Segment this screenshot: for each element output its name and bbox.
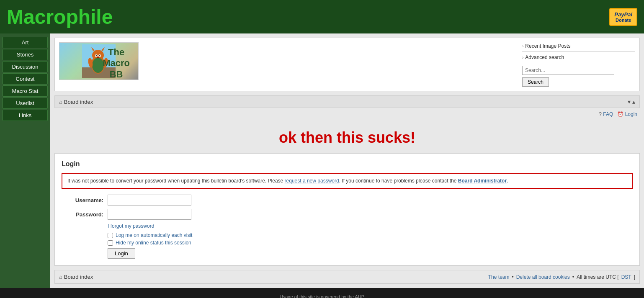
password-input[interactable] bbox=[108, 209, 191, 220]
username-row: Username: bbox=[62, 195, 633, 206]
username-label: Username: bbox=[62, 197, 103, 203]
sidebar: Art Stories Discussion Contest Macro Sta… bbox=[0, 33, 50, 288]
faq-icon: ? bbox=[599, 111, 602, 117]
search-divider bbox=[522, 51, 635, 52]
error-text-before: It was not possible to convert your pass… bbox=[67, 178, 285, 184]
breadcrumb-bar-top: ⌂ Board index ▾ ▴ bbox=[54, 95, 640, 108]
footer-line1: Usage of this site is goverend by the AU… bbox=[5, 293, 639, 298]
breadcrumb-home: ⌂ Board index bbox=[59, 99, 93, 105]
autologin-checkbox[interactable] bbox=[108, 233, 113, 238]
sidebar-item-discussion[interactable]: Discussion bbox=[3, 61, 48, 72]
board-index-link-top[interactable]: Board index bbox=[64, 99, 93, 105]
recent-image-posts-link[interactable]: › Recent Image Posts bbox=[522, 42, 635, 50]
top-banner: The Macro BB bbox=[54, 38, 640, 91]
faq-bar: ? FAQ ⏰ Login bbox=[54, 110, 640, 119]
content-area: The Macro BB bbox=[50, 33, 644, 288]
resize-controls: ▾ ▴ bbox=[628, 98, 635, 105]
delete-cookies-link[interactable]: Delete all board cookies bbox=[516, 274, 570, 280]
error-box: It was not possible to convert your pass… bbox=[62, 173, 633, 189]
svg-point-9 bbox=[99, 55, 100, 57]
breadcrumb-bottom: ⌂ Board index bbox=[59, 274, 93, 280]
svg-point-8 bbox=[96, 55, 97, 57]
forgot-password-link[interactable]: I forgot my password bbox=[108, 223, 633, 229]
search-panel: › Recent Image Posts › Advanced search S… bbox=[522, 42, 635, 87]
autologin-label[interactable]: Log me on automatically each visit bbox=[108, 232, 633, 238]
site-header: Macrophile PayPal Donate bbox=[0, 0, 644, 33]
footer: Usage of this site is goverend by the AU… bbox=[0, 288, 644, 298]
advanced-search-link[interactable]: › Advanced search bbox=[522, 54, 635, 61]
svg-point-11 bbox=[92, 58, 104, 73]
home-icon: ⌂ bbox=[59, 99, 62, 105]
sidebar-item-macrostat[interactable]: Macro Stat bbox=[3, 85, 48, 97]
the-team-link[interactable]: The team bbox=[488, 274, 510, 280]
password-row: Password: bbox=[62, 209, 633, 220]
username-input[interactable] bbox=[108, 195, 191, 206]
request-password-link[interactable]: request a new password bbox=[285, 178, 339, 184]
sidebar-item-links[interactable]: Links bbox=[3, 110, 48, 121]
form-options: Log me on automatically each visit Hide … bbox=[108, 232, 633, 246]
search-input[interactable] bbox=[522, 66, 614, 75]
search-button[interactable]: Search bbox=[522, 77, 549, 87]
search-divider-2 bbox=[522, 63, 635, 63]
search-input-wrapper bbox=[522, 66, 635, 75]
dst-link[interactable]: DST bbox=[621, 274, 631, 280]
board-index-link-bottom[interactable]: Board index bbox=[64, 274, 93, 280]
error-text-end: . bbox=[507, 178, 508, 184]
bottom-bar: ⌂ Board index The team • Delete all boar… bbox=[54, 270, 640, 284]
board-admin-link[interactable]: Board Administrator bbox=[458, 178, 507, 184]
home-icon-bottom: ⌂ bbox=[59, 274, 62, 280]
utc-text: All times are UTC [ bbox=[577, 274, 619, 280]
login-link-top[interactable]: Login bbox=[625, 111, 637, 117]
sidebar-item-stories[interactable]: Stories bbox=[3, 49, 48, 60]
donate-text: Donate bbox=[616, 18, 631, 23]
sidebar-item-art[interactable]: Art bbox=[3, 37, 48, 48]
login-heading: Login bbox=[62, 160, 633, 168]
password-label: Password: bbox=[62, 211, 103, 218]
faq-link[interactable]: FAQ bbox=[603, 111, 613, 117]
resize-decrease-icon[interactable]: ▾ bbox=[628, 98, 631, 105]
login-button[interactable]: Login bbox=[108, 248, 135, 259]
clock-icon: ⏰ bbox=[617, 111, 623, 117]
paypal-text: PayPal bbox=[614, 11, 632, 18]
big-message: ok then this sucks! bbox=[54, 121, 640, 151]
resize-increase-icon[interactable]: ▴ bbox=[632, 98, 635, 105]
site-title[interactable]: Macrophile bbox=[7, 5, 113, 28]
paypal-donate-button[interactable]: PayPal Donate bbox=[609, 8, 637, 26]
sidebar-item-contest[interactable]: Contest bbox=[3, 73, 48, 85]
bottom-links: The team • Delete all board cookies • Al… bbox=[488, 274, 635, 280]
error-text-middle: . If you continue to have problems pleas… bbox=[339, 178, 458, 184]
hide-online-checkbox[interactable] bbox=[108, 240, 113, 246]
board-logo: The Macro BB bbox=[59, 42, 139, 80]
utc-close: ] bbox=[634, 274, 635, 280]
sidebar-item-userlist[interactable]: Userlist bbox=[3, 98, 48, 109]
logo-title: The Macro BB bbox=[103, 47, 130, 80]
hide-online-label[interactable]: Hide my online status this session bbox=[108, 240, 633, 246]
login-section: Login It was not possible to convert you… bbox=[54, 153, 640, 266]
main-layout: Art Stories Discussion Contest Macro Sta… bbox=[0, 33, 644, 288]
